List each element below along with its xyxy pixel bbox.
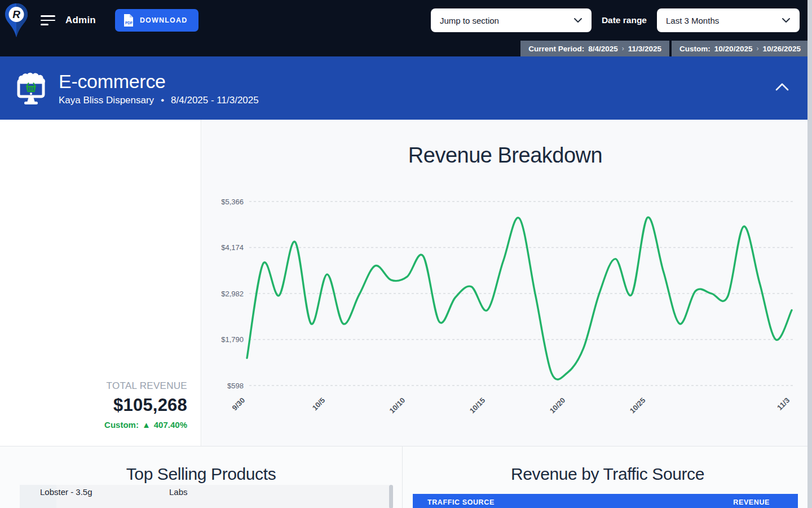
scrollbar-thumb[interactable]	[807, 0, 812, 508]
chevron-down-icon	[782, 17, 791, 23]
bullet-separator: •	[161, 95, 164, 106]
current-period-from: 8/4/2025	[588, 45, 618, 53]
x-tick-label: 9/30	[231, 396, 247, 413]
chevron-right-separator: ›	[622, 45, 624, 52]
chart-title: Revenue Breakdown	[202, 143, 809, 168]
admin-label: Admin	[65, 15, 96, 26]
x-tick-label: 11/3	[775, 396, 791, 412]
section-header-text: E-commerce Kaya Bliss Dispensary • 8/4/2…	[59, 71, 259, 106]
total-revenue-label: TOTAL REVENUE	[104, 380, 187, 392]
x-tick-label: 10/5	[311, 396, 327, 413]
page-scrollbar[interactable]	[807, 0, 812, 508]
x-tick-label: 10/25	[628, 396, 647, 415]
products-table-scrollbar[interactable]	[389, 485, 393, 508]
jump-to-section-value: Jump to section	[440, 16, 499, 25]
current-period-label: Current Period:	[528, 45, 584, 53]
total-revenue-value: $105,268	[104, 395, 187, 415]
y-tick-label: $4,174	[221, 243, 244, 252]
custom-period-label: Custom:	[679, 45, 710, 53]
y-tick-label: $1,790	[221, 335, 244, 344]
y-tick-label: $598	[227, 382, 244, 390]
change-value: 407.40%	[154, 420, 187, 430]
arrow-up-icon: ▲	[142, 420, 151, 430]
change-label: Custom:	[104, 420, 139, 430]
jump-to-section-select[interactable]: Jump to section	[431, 8, 592, 32]
custom-period-badge: Custom: 10/20/2025 › 10/26/2025	[672, 41, 812, 56]
traffic-source-title: Revenue by Traffic Source	[403, 465, 812, 484]
y-tick-label: $5,366	[221, 198, 244, 206]
revenue-line	[247, 217, 792, 379]
x-tick-label: 10/15	[468, 396, 487, 415]
revenue-line-chart: $5,366$4,174$2,982$1,790$5989/3010/510/1…	[202, 187, 809, 441]
ecommerce-storefront-icon	[12, 69, 50, 107]
collapse-section-button[interactable]	[775, 82, 789, 94]
traffic-source-section: Revenue by Traffic Source TRAFFIC SOURCE…	[403, 446, 812, 508]
period-badges-strip: Current Period: 8/4/2025 › 11/3/2025 Cus…	[0, 41, 812, 56]
bottom-sections: Top Selling Products Lobster - 3.5g Labs…	[0, 446, 812, 508]
pdf-file-icon: PDF	[123, 14, 134, 27]
current-period-badge: Current Period: 8/4/2025 › 11/3/2025	[520, 41, 669, 56]
business-name: Kaya Bliss Dispensary	[59, 95, 154, 106]
revenue-change-badge: Custom: ▲ 407.40%	[104, 420, 187, 430]
top-products-title: Top Selling Products	[0, 465, 402, 484]
page: R Admin PDF DOWNLOAD Jump to section	[0, 0, 812, 508]
date-range-value: Last 3 Months	[666, 16, 719, 25]
total-revenue-block: TOTAL REVENUE $105,268 Custom: ▲ 407.40%	[104, 380, 187, 430]
top-selling-products-section: Top Selling Products Lobster - 3.5g Labs	[0, 446, 403, 508]
section-title: E-commerce	[59, 71, 259, 93]
current-period-to: 11/3/2025	[628, 45, 661, 53]
custom-period-from: 10/20/2025	[714, 45, 753, 53]
revenue-chart-panel: Revenue Breakdown $5,366$4,174$2,982$1,7…	[202, 120, 812, 446]
x-tick-label: 10/10	[388, 396, 407, 415]
revenue-column-header: REVENUE	[733, 498, 770, 506]
download-button[interactable]: PDF DOWNLOAD	[115, 9, 199, 32]
date-range-select[interactable]: Last 3 Months	[657, 8, 800, 32]
y-tick-label: $2,982	[221, 290, 244, 298]
ecommerce-section-header: E-commerce Kaya Bliss Dispensary • 8/4/2…	[0, 56, 812, 120]
top-navbar: R Admin PDF DOWNLOAD Jump to section	[0, 0, 812, 41]
traffic-source-column-header: TRAFFIC SOURCE	[427, 498, 495, 506]
brand-logo[interactable]: R	[0, 0, 33, 41]
section-date-range: 8/4/2025 - 11/3/2025	[171, 95, 259, 106]
revenue-section: TOTAL REVENUE $105,268 Custom: ▲ 407.40%…	[0, 120, 812, 446]
product-name: Lobster - 3.5g	[40, 487, 92, 497]
download-label: DOWNLOAD	[140, 16, 188, 24]
svg-text:PDF: PDF	[125, 21, 133, 25]
chevron-up-icon	[775, 82, 789, 91]
product-brand: Labs	[169, 487, 188, 497]
custom-period-to: 10/26/2025	[762, 45, 801, 53]
table-row[interactable]: Lobster - 3.5g Labs	[20, 485, 393, 508]
traffic-table-header: TRAFFIC SOURCE REVENUE	[413, 494, 798, 508]
nav-left-group: Admin PDF DOWNLOAD	[33, 9, 198, 32]
date-range-label: Date range	[602, 15, 647, 25]
chevron-right-separator: ›	[756, 45, 758, 52]
section-subtitle: Kaya Bliss Dispensary • 8/4/2025 - 11/3/…	[59, 95, 259, 106]
chevron-down-icon	[573, 17, 582, 23]
menu-icon[interactable]	[41, 15, 55, 25]
map-pin-logo-icon: R	[0, 0, 33, 41]
total-revenue-panel: TOTAL REVENUE $105,268 Custom: ▲ 407.40%	[0, 120, 201, 446]
x-tick-label: 10/20	[548, 396, 567, 415]
svg-text:R: R	[12, 8, 20, 20]
nav-right-group: Jump to section Date range Last 3 Months	[431, 8, 812, 32]
